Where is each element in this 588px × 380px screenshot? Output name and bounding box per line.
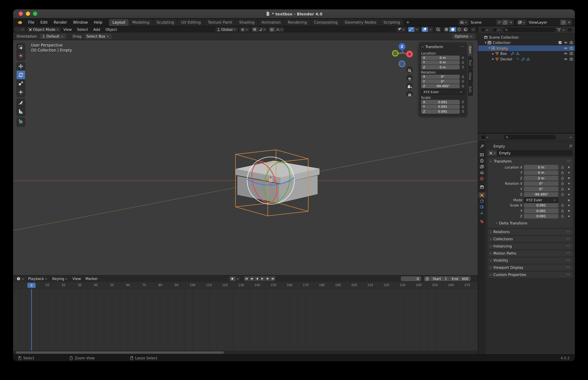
record-button[interactable] xyxy=(229,276,235,281)
menu-file[interactable]: File xyxy=(25,20,37,26)
nav-toggle-perspective-button[interactable] xyxy=(406,91,413,97)
mode-dropdown[interactable]: Object Mode xyxy=(27,27,61,32)
menu-render[interactable]: Render xyxy=(51,20,70,26)
properties-field-z[interactable]: 0 m xyxy=(524,176,558,181)
drag-dots-icon[interactable] xyxy=(566,160,571,163)
copy-icon[interactable] xyxy=(561,20,565,24)
outliner-search-input[interactable] xyxy=(503,27,556,32)
scrollbar-thumb[interactable] xyxy=(16,351,224,354)
snap-toggle[interactable] xyxy=(252,27,258,32)
drag-dots-icon[interactable] xyxy=(566,273,570,276)
workspace-tab-animation[interactable]: Animation xyxy=(258,19,284,26)
properties-field-location-x[interactable]: 0 m xyxy=(524,165,558,170)
outliner-row-scene-collection[interactable]: Scene Collection xyxy=(478,35,575,40)
lock-open-icon[interactable] xyxy=(461,75,465,78)
shading-mode-wireframe[interactable] xyxy=(443,27,450,32)
close-icon[interactable] xyxy=(509,21,513,24)
drag-dots-icon[interactable] xyxy=(566,266,570,269)
shading-dropdown[interactable] xyxy=(470,27,476,32)
transport-key-next-button[interactable] xyxy=(265,276,270,281)
use-preview-range-button[interactable] xyxy=(424,276,430,281)
properties-field-y[interactable]: 0° xyxy=(524,187,558,191)
playhead-line[interactable] xyxy=(31,289,32,351)
new-collection-button[interactable] xyxy=(566,27,573,32)
camera-icon[interactable] xyxy=(569,57,573,61)
panel-viewport-display[interactable]: ›Viewport Display xyxy=(488,265,573,270)
timeline-ruler[interactable]: 0 01020304050607080901001101201301401501… xyxy=(13,282,478,289)
drag-dots-icon[interactable] xyxy=(566,245,570,248)
tool-move-button[interactable] xyxy=(17,62,25,71)
nav-zoom-button[interactable] xyxy=(406,66,413,73)
tool-transform-button[interactable] xyxy=(17,88,25,96)
pivot-point-dropdown[interactable] xyxy=(239,27,250,32)
npanel-scale-y-field[interactable]: Y0.091 xyxy=(421,105,460,109)
blender-logo-icon[interactable] xyxy=(17,19,23,25)
drag-dots-icon[interactable] xyxy=(566,259,570,262)
npanel-rotation-x-field[interactable]: X0° xyxy=(421,75,460,79)
overlays-dropdown[interactable] xyxy=(428,27,433,32)
animate-decorator[interactable] xyxy=(568,215,570,217)
show-gizmo-toggle[interactable] xyxy=(408,27,415,32)
animate-decorator[interactable] xyxy=(568,188,570,190)
panel-relations[interactable]: ›Relations xyxy=(488,229,573,235)
lock-open-icon[interactable] xyxy=(561,214,564,218)
viewport-menu-view[interactable]: View xyxy=(61,27,74,32)
lock-open-icon[interactable] xyxy=(561,182,564,186)
workspace-tab-sculpting[interactable]: Sculpting xyxy=(153,19,177,26)
object-name-field[interactable]: Empty xyxy=(497,150,573,156)
properties-tab-scene[interactable] xyxy=(478,170,486,175)
proportional-editing-toggle[interactable] xyxy=(269,27,275,32)
workspace-tab-compositing[interactable]: Compositing xyxy=(311,19,341,26)
properties-field-scale-x[interactable]: 0.091 xyxy=(524,203,558,208)
n-panel-tab-tool[interactable]: Tool xyxy=(468,57,473,69)
view-layer-selector[interactable]: ViewLayer xyxy=(517,19,572,25)
lock-open-icon[interactable] xyxy=(561,176,564,180)
xray-toggle[interactable] xyxy=(435,27,441,32)
shading-mode-rendered[interactable] xyxy=(462,27,469,32)
copy-icon[interactable] xyxy=(503,20,507,24)
snap-settings-dropdown[interactable] xyxy=(258,27,267,32)
tool-measure-button[interactable] xyxy=(17,107,25,116)
shading-mode-solid[interactable] xyxy=(450,27,456,32)
drag-dots-icon[interactable] xyxy=(566,237,570,241)
workspace-tab-uv-editing[interactable]: UV Editing xyxy=(178,19,204,26)
lock-open-icon[interactable] xyxy=(561,187,564,191)
nav-minus-z-axis[interactable] xyxy=(399,61,405,67)
npanel-location-z-field[interactable]: Z0 m xyxy=(421,65,460,69)
close-icon[interactable] xyxy=(567,21,571,24)
lock-open-icon[interactable] xyxy=(461,84,465,88)
menu-window[interactable]: Window xyxy=(70,20,91,26)
tool-scale-button[interactable] xyxy=(17,79,25,88)
properties-field-y[interactable]: 0 m xyxy=(524,171,558,175)
disclosure-open-icon[interactable]: ▼ xyxy=(484,41,487,44)
eye-icon[interactable] xyxy=(564,52,568,56)
lock-open-icon[interactable] xyxy=(561,171,564,175)
end-frame-field[interactable]: End600 xyxy=(449,276,470,281)
n-panel-tab-edit[interactable]: Edit xyxy=(468,83,473,95)
outliner-row-empty[interactable]: ▼Empty xyxy=(478,45,575,51)
n-panel-tab-item[interactable]: Item xyxy=(468,43,473,56)
falloff-dropdown[interactable] xyxy=(275,27,284,32)
disclosure-closed-icon[interactable]: ▶ xyxy=(492,57,495,60)
camera-icon[interactable] xyxy=(569,46,573,50)
properties-tab-world[interactable] xyxy=(478,176,486,181)
editor-type-button[interactable] xyxy=(15,27,26,32)
transport-key-prev-button[interactable] xyxy=(249,276,254,281)
lock-open-icon[interactable] xyxy=(461,110,465,113)
animate-decorator[interactable] xyxy=(568,172,570,174)
workspace-tab-modeling[interactable]: Modeling xyxy=(129,19,153,26)
viewport-menu-add[interactable]: Add xyxy=(91,27,103,32)
nav-camera-view-button[interactable] xyxy=(406,83,413,89)
playhead-marker[interactable]: 0 xyxy=(27,283,36,288)
close-window-button[interactable] xyxy=(19,12,23,16)
properties-tab-constraints[interactable] xyxy=(478,198,486,204)
timeline-scrollbar[interactable] xyxy=(13,351,478,354)
orientation-dropdown[interactable]: Default xyxy=(40,34,66,39)
workspace-tab-geometry-nodes[interactable]: Geometry Nodes xyxy=(341,19,380,26)
collapse-icon[interactable] xyxy=(421,45,424,48)
lock-open-icon[interactable] xyxy=(561,204,564,207)
animate-decorator[interactable] xyxy=(568,194,570,195)
drag-dots-icon[interactable] xyxy=(460,45,465,48)
timeline-menu-playback[interactable]: Playback xyxy=(26,277,50,281)
npanel-location-x-field[interactable]: X0 m xyxy=(421,56,460,60)
